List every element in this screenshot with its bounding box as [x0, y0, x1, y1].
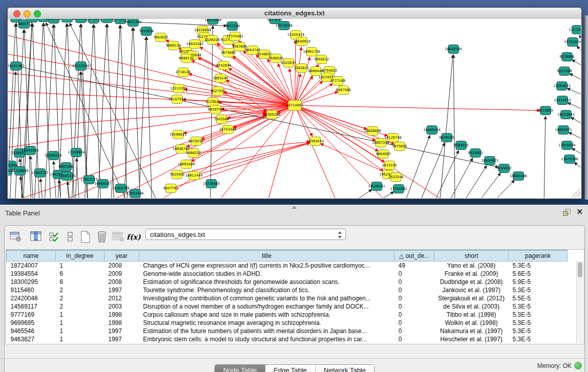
graph-node[interactable]: 8215953 [538, 106, 553, 115]
merge-rows-icon[interactable] [63, 230, 77, 244]
graph-node[interactable]: 8930753 [208, 105, 223, 114]
svg-text:9097588: 9097588 [58, 165, 73, 169]
splitter-handle[interactable] [292, 206, 297, 209]
float-panel-icon[interactable] [563, 209, 571, 216]
column-header-title[interactable]: title [139, 250, 395, 261]
graph-node[interactable]: 7663822 [153, 33, 168, 42]
table-row[interactable]: 911546021997Tourette syndrome. Phenomeno… [7, 286, 568, 294]
graph-node[interactable]: 9242844 [216, 61, 231, 70]
network-window-titlebar[interactable]: citations_edges.txt [8, 8, 581, 19]
select-column-icon[interactable] [29, 230, 43, 244]
svg-text:16753449: 16753449 [219, 127, 236, 132]
column-header-short[interactable]: short [434, 250, 509, 261]
graph-node[interactable]: 9457791 [163, 184, 178, 193]
table-cell: Nakamura et al. (1997) [434, 327, 509, 335]
table-row[interactable]: 1830029562008Estimation of significance … [7, 278, 568, 286]
graph-node[interactable]: 10685406 [510, 172, 527, 181]
graph-node[interactable]: 16409154 [423, 126, 441, 135]
graph-node[interactable]: 8186328 [205, 36, 220, 45]
graph-node[interactable]: 18724007 [286, 100, 303, 111]
table-selector-dropdown[interactable]: citations_edges.txt [145, 229, 346, 240]
graph-node[interactable]: 11113044 [569, 26, 581, 34]
graph-node[interactable]: 7955812 [314, 55, 329, 64]
graph-node[interactable]: 2522544 [388, 173, 403, 182]
graph-node[interactable]: 12093853 [553, 82, 571, 91]
graph-node[interactable]: 11675306 [561, 155, 578, 164]
delete-table-icon[interactable] [111, 230, 125, 244]
table-scrollbar[interactable] [576, 261, 583, 343]
graph-node[interactable]: 14136141 [368, 182, 385, 191]
network-canvas[interactable]: 2055328714055712169358122089140619460124… [8, 19, 581, 198]
graph-node[interactable]: 7857224 [225, 22, 239, 31]
graph-node[interactable]: 1815182 [382, 161, 397, 170]
close-panel-icon[interactable]: ✕ [576, 208, 583, 216]
graph-node[interactable]: 19654923 [481, 157, 498, 165]
table-row[interactable]: 969969511998Structural magnetic resonanc… [7, 319, 568, 327]
table-row[interactable]: 1456911722003Disruption of a novel membe… [7, 302, 568, 311]
table-cell: 1 [56, 311, 104, 319]
table-row[interactable]: 2242004622012Investigating the contribut… [7, 294, 568, 302]
delete-rows-icon[interactable] [95, 230, 109, 244]
table-row[interactable]: 1872400712008Changes of HCN gene express… [7, 261, 568, 270]
table-panel-titlebar: Table Panel ✕ [0, 205, 588, 220]
new-table-icon[interactable] [78, 230, 93, 244]
graph-node[interactable]: 6879193 [439, 134, 454, 142]
graph-node[interactable]: 10688609 [364, 127, 381, 136]
graph-node[interactable]: 4170041 [205, 98, 220, 106]
graph-node[interactable]: 9884067 [376, 150, 390, 159]
column-header-year[interactable]: year [104, 250, 139, 261]
graph-node[interactable]: 8990448 [308, 67, 323, 76]
table-row[interactable]: 977716911998Corpus callosum shape and si… [7, 311, 568, 319]
graph-node[interactable]: 19196621 [169, 130, 187, 139]
graph-node[interactable]: 17016504 [558, 141, 576, 150]
graph-node[interactable]: 14671355 [124, 19, 142, 27]
table-scrollbar-thumb[interactable] [578, 262, 582, 277]
graph-node[interactable]: 15751074 [564, 38, 581, 47]
graph-node[interactable]: 9227349 [557, 67, 572, 76]
table-settings-icon[interactable] [9, 230, 23, 244]
function-builder-icon[interactable]: f(x) [126, 230, 141, 244]
graph-node[interactable]: 9860124 [166, 41, 181, 50]
graph-node[interactable]: 1362615 [294, 64, 309, 73]
graph-node[interactable]: 12444153 [554, 96, 571, 105]
graph-node[interactable]: 2367608 [232, 42, 247, 51]
resize-grip-icon[interactable] [572, 189, 580, 198]
graph-node[interactable]: 9324502 [468, 149, 483, 158]
graph-node[interactable]: 16961758 [303, 48, 320, 56]
table-row[interactable]: 1938455462009Genome-wide association stu… [7, 270, 568, 278]
import-checked-icon[interactable] [48, 230, 62, 244]
graph-node[interactable]: 20153346 [72, 62, 90, 71]
graph-node[interactable]: 5878334 [188, 137, 203, 146]
graph-node[interactable]: 7625402 [169, 170, 184, 179]
graph-node[interactable]: 9394515 [453, 141, 468, 150]
graph-node[interactable]: 16648784 [445, 45, 462, 54]
graph-node[interactable]: 7542564 [214, 115, 229, 124]
graph-node[interactable]: 6497568 [336, 86, 351, 95]
column-header-name[interactable]: name [7, 250, 56, 261]
column-header-in_degree[interactable]: in_degree [56, 250, 104, 261]
graph-node[interactable]: 17359924 [68, 148, 85, 157]
graph-node[interactable]: 1975692 [392, 142, 407, 151]
graph-node[interactable]: 9097588 [58, 163, 73, 171]
graph-node[interactable]: 9329966 [559, 53, 574, 61]
graph-node[interactable]: 2803144 [213, 74, 228, 83]
column-header-out_de[interactable]: △ out_de... [395, 250, 434, 261]
graph-node[interactable]: 17334261 [390, 185, 407, 193]
svg-text:16648784: 16648784 [445, 47, 462, 51]
graph-node[interactable]: 9777169 [330, 77, 345, 85]
graph-node[interactable]: 16053809 [204, 19, 222, 25]
graph-node[interactable]: 9427552 [210, 87, 225, 96]
table-row[interactable]: 946362711997Embryonic stem cells: a mode… [7, 335, 568, 343]
graph-node[interactable]: 9245022 [496, 164, 511, 173]
graph-node[interactable]: 3675685 [221, 49, 235, 57]
column-header-pagerank[interactable]: pagerank [509, 250, 568, 261]
graph-node[interactable]: 4498222 [186, 149, 201, 158]
graph-node[interactable]: 2718126 [176, 68, 190, 77]
graph-node[interactable]: 7615526 [139, 27, 154, 36]
graph-node[interactable]: 18107554 [168, 95, 186, 104]
graph-node[interactable]: 15716485 [203, 180, 220, 188]
table-row[interactable]: 946554611997Estimation of the future num… [7, 327, 568, 335]
graph-node[interactable]: 9890112 [179, 54, 193, 63]
table-cell: 5.5E-5 [509, 294, 568, 302]
table-panel: Table Panel ✕ [0, 205, 588, 372]
